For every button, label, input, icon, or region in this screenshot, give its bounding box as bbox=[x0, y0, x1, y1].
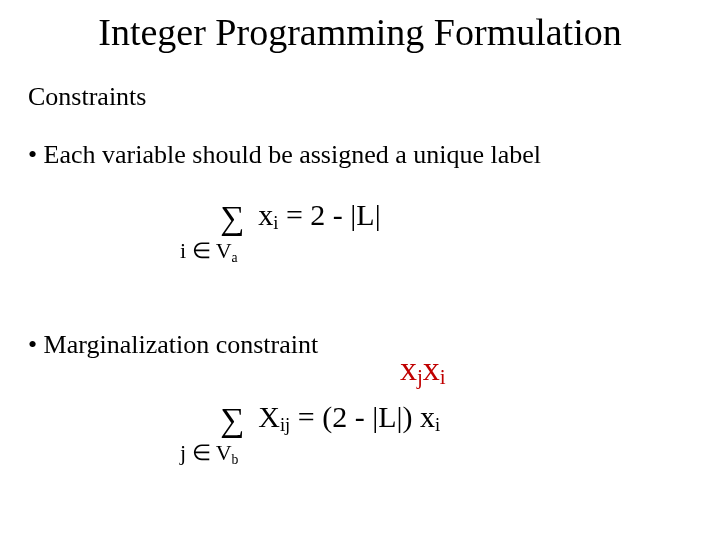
slide: Integer Programming Formulation Constrai… bbox=[0, 0, 720, 540]
sigma-icon: ∑ bbox=[220, 401, 244, 439]
slide-title: Integer Programming Formulation bbox=[0, 10, 720, 54]
section-subtitle: Constraints bbox=[28, 82, 146, 112]
equation-body: Xij = (2 - |L|) xi bbox=[258, 400, 440, 433]
handwritten-annotation: xjxi bbox=[400, 350, 446, 390]
equation-body: xi = 2 - |L| bbox=[258, 198, 380, 231]
equation-marginalization: ∑Xij = (2 - |L|) xi bbox=[220, 400, 440, 439]
bullet-unique-label: • Each variable should be assigned a uni… bbox=[28, 140, 541, 170]
equation-unique-label: ∑xi = 2 - |L| bbox=[220, 198, 381, 237]
sigma-icon: ∑ bbox=[220, 199, 244, 237]
equation-unique-label-subscript: i ∈ Va bbox=[180, 238, 238, 266]
bullet-marginalization: • Marginalization constraint bbox=[28, 330, 318, 360]
equation-marginalization-subscript: j ∈ Vb bbox=[180, 440, 238, 468]
